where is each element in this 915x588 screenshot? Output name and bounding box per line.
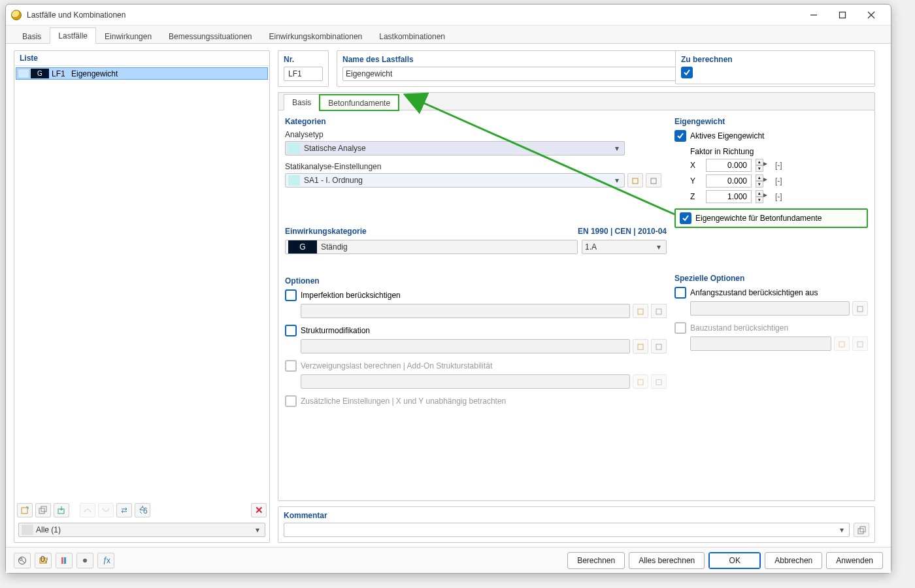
beton-checkbox[interactable]: [680, 212, 691, 224]
ek-header: Einwirkungskategorie: [285, 227, 367, 236]
tab-einwirkungskombinationen[interactable]: Einwirkungskombinationen: [261, 28, 371, 44]
list-item-category: G: [31, 69, 49, 78]
list-item-check[interactable]: [18, 69, 29, 78]
anfang-field: [690, 301, 850, 316]
ek-combo[interactable]: G Ständig: [285, 240, 578, 254]
abbrechen-button[interactable]: Abbrechen: [765, 552, 822, 569]
maximize-button[interactable]: [828, 6, 857, 24]
imperfektion-checkbox[interactable]: [285, 289, 297, 301]
svg-rect-12: [651, 178, 656, 184]
x-spinner[interactable]: ▴▾: [756, 159, 763, 172]
section-optionen: Optionen Imperfektion berücksichtigen: [285, 276, 667, 410]
script-button[interactable]: ƒx: [97, 553, 114, 568]
calc-checkbox[interactable]: [681, 67, 693, 78]
loadcase-list[interactable]: G LF1 Eigengewicht: [14, 66, 269, 500]
chevron-down-icon: ▾: [612, 176, 622, 185]
dot-button[interactable]: [76, 553, 93, 568]
tool-button-2: [98, 503, 114, 517]
verzweigung-field: [301, 374, 630, 389]
help-button[interactable]: [14, 553, 31, 568]
imperfektion-new-button[interactable]: [633, 304, 648, 318]
units-button[interactable]: 0,00: [35, 553, 52, 568]
strukturmod-field: [301, 339, 630, 353]
import-item-button[interactable]: [54, 503, 69, 517]
strukturmod-new-button[interactable]: [633, 339, 648, 353]
berechnen-button[interactable]: Berechnen: [567, 552, 625, 569]
nr-label: Nr.: [284, 55, 323, 64]
anfang-label: Anfangszustand berücksichtigen aus: [690, 288, 818, 297]
copy-item-button[interactable]: [35, 503, 51, 517]
tab-lastfaelle[interactable]: Lastfälle: [50, 27, 96, 44]
tab-bemessung[interactable]: Bemessungssituationen: [160, 28, 260, 44]
ek-sub-combo[interactable]: 1.A ▾: [582, 240, 667, 254]
list-item-name: Eigengewicht: [70, 69, 267, 78]
delete-item-button[interactable]: ✕: [251, 503, 267, 517]
svg-point-25: [20, 558, 22, 561]
imperfektion-edit-button[interactable]: [651, 304, 667, 318]
arrow-right-icon[interactable]: ▸: [763, 190, 767, 203]
statik-edit-button[interactable]: [646, 173, 661, 188]
verzweigung-label: Verzweigungslast berechnen | Add-On Stru…: [301, 361, 492, 370]
svg-rect-21: [857, 342, 863, 347]
analysetyp-combo[interactable]: Statische Analyse ▾: [285, 141, 625, 155]
list-item[interactable]: G LF1 Eigengewicht: [16, 67, 268, 80]
kategorien-header: Kategorien: [285, 117, 667, 126]
calc-label: Zu berechnen: [681, 55, 869, 64]
bau-new-button: [834, 336, 850, 351]
tab-basis[interactable]: Basis: [14, 28, 50, 44]
list-filter-combo[interactable]: Alle (1) ▾: [18, 523, 265, 537]
kommentar-edit-button[interactable]: [854, 523, 869, 537]
z-value[interactable]: 1.000: [706, 190, 752, 203]
verzweigung-checkbox: [285, 360, 297, 372]
ek-sub-value: 1.A: [585, 242, 654, 252]
close-button[interactable]: [857, 6, 886, 24]
beton-highlight-box: Eigengewichte für Betonfundamente: [674, 208, 868, 228]
svg-rect-1: [840, 12, 846, 18]
chevron-down-icon: ▾: [612, 144, 622, 153]
svg-rect-4: [22, 508, 27, 514]
y-spinner[interactable]: ▴▾: [756, 174, 763, 188]
colors-button[interactable]: [56, 553, 73, 568]
subtab-betonfundamente[interactable]: Betonfundamente: [320, 95, 399, 110]
anwenden-button[interactable]: Anwenden: [826, 552, 883, 569]
optionen-header: Optionen: [285, 276, 667, 286]
section-spezielle: Spezielle Optionen Anfangszustand berück…: [674, 274, 868, 357]
new-item-button[interactable]: [17, 503, 33, 517]
statik-combo[interactable]: SA1 - I. Ordnung ▾: [285, 173, 625, 188]
strukturmod-edit-button[interactable]: [651, 339, 667, 353]
list-header: Liste: [14, 51, 269, 66]
z-spinner[interactable]: ▴▾: [756, 190, 763, 203]
aktiv-eigengewicht-checkbox[interactable]: [674, 130, 686, 142]
y-value[interactable]: 0.000: [706, 174, 752, 188]
svg-rect-20: [839, 342, 844, 347]
x-value[interactable]: 0.000: [706, 159, 752, 172]
kommentar-header: Kommentar: [284, 511, 869, 520]
anfang-edit-button[interactable]: [852, 301, 868, 316]
aktiv-eigengewicht-label: Aktives Eigengewicht: [690, 131, 764, 140]
tab-einwirkungen[interactable]: Einwirkungen: [96, 28, 160, 44]
statik-new-button[interactable]: *: [627, 173, 643, 188]
ok-button[interactable]: OK: [708, 552, 761, 569]
x-unit: [-]: [775, 161, 791, 170]
anfang-checkbox[interactable]: [674, 287, 686, 299]
list-item-code: LF1: [52, 69, 70, 78]
dialog-window: Lastfälle und Kombinationen Basis Lastfä…: [5, 4, 891, 574]
ek-value: Ständig: [317, 242, 574, 252]
renumber-button[interactable]: 26: [135, 503, 150, 517]
spezielle-header: Spezielle Optionen: [674, 274, 868, 283]
strukturmod-checkbox[interactable]: [285, 325, 297, 336]
ek-standard: EN 1990 | CEN | 2010-04: [578, 227, 667, 236]
arrow-right-icon[interactable]: ▸: [763, 159, 767, 172]
svg-rect-15: [638, 344, 643, 350]
subtab-basis[interactable]: Basis: [284, 94, 320, 110]
arrow-right-icon[interactable]: ▸: [763, 174, 767, 188]
svg-rect-14: [656, 309, 661, 314]
nr-field[interactable]: LF1: [284, 67, 323, 81]
swap-button[interactable]: [116, 503, 132, 517]
filter-icon: [22, 525, 33, 535]
list-filter-value: Alle (1): [36, 525, 253, 534]
minimize-button[interactable]: [799, 6, 828, 24]
kommentar-combo[interactable]: ▾: [284, 523, 850, 537]
tab-lastkombinationen[interactable]: Lastkombinationen: [371, 28, 454, 44]
alles-berechnen-button[interactable]: Alles berechnen: [629, 552, 705, 569]
